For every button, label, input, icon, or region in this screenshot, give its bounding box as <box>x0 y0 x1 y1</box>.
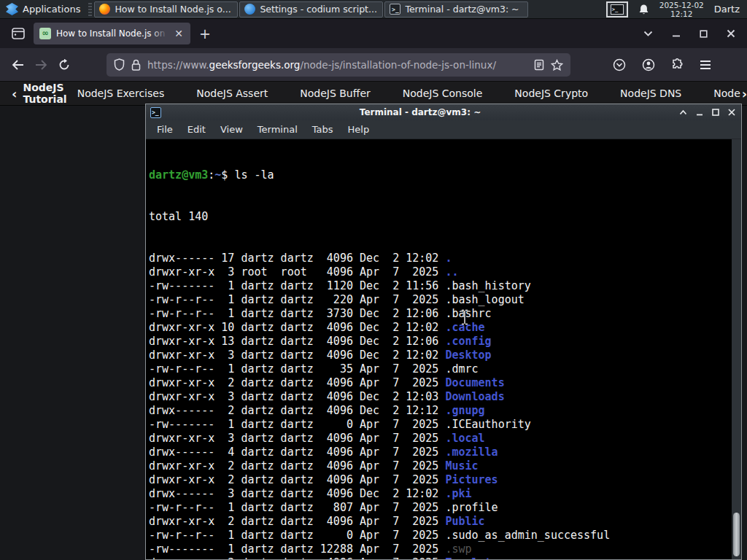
reader-mode-icon[interactable] <box>534 59 544 71</box>
taskbar-button-terminal[interactable]: >_Terminal - dartz@vm3: ~ <box>384 1 528 18</box>
notification-bell-icon[interactable] <box>638 4 649 15</box>
listing-filename: .bash_history <box>445 279 530 292</box>
terminal-maximize-button[interactable] <box>712 109 719 116</box>
listing-attrs: drwxr-xr-x 10 dartz dartz 4096 Dec 2 12:… <box>149 321 445 334</box>
terminal-line: drwxr-xr-x 2 dartz dartz 4096 Apr 7 2025… <box>149 376 732 390</box>
back-button[interactable] <box>6 53 29 77</box>
terminal-menu-tabs[interactable]: Tabs <box>306 122 340 137</box>
listing-filename: .ICEauthority <box>445 418 530 431</box>
terminal-listing: drwx------ 17 dartz dartz 4096 Dec 2 12:… <box>149 252 732 559</box>
top-panel: Applications How to Install Node.js o...… <box>0 0 747 19</box>
terminal-line: drwxr-xr-x 13 dartz dartz 4096 Dec 2 12:… <box>149 335 732 349</box>
listing-filename: .swp <box>445 542 471 556</box>
terminal-line: -rw------- 1 dartz dartz 12288 Apr 7 202… <box>149 542 732 556</box>
site-nav-link[interactable]: NodeJS Crypto <box>514 88 588 99</box>
site-nav-link[interactable]: Node <box>713 88 740 99</box>
xubuntu-logo-icon <box>6 3 18 15</box>
listing-attrs: -rw-r--r-- 1 dartz dartz 220 Apr 7 2025 <box>149 293 445 306</box>
terminal-scrollbar[interactable] <box>732 139 741 559</box>
listing-filename: .profile <box>445 501 498 514</box>
url-domain: geeksforgeeks.org <box>209 59 301 71</box>
terminal-line: drwxr-xr-x 3 dartz dartz 4096 Apr 7 2025… <box>149 432 732 446</box>
listing-attrs: drwxr-xr-x 2 dartz dartz 4096 Apr 7 2025 <box>149 515 445 528</box>
terminal-window: >_ Terminal - dartz@vm3: ~ FileEditViewT… <box>145 104 742 560</box>
terminal-line: drwxr-xr-x 2 dartz dartz 4096 Apr 7 2025… <box>149 515 732 529</box>
taskbar-button-label: How to Install Node.js o... <box>115 4 231 15</box>
listing-filename: .. <box>445 265 458 279</box>
tab-close-icon[interactable]: ✕ <box>173 28 185 39</box>
window-maximize-button[interactable] <box>700 30 708 38</box>
terminal-window-icon: >_ <box>150 107 161 118</box>
listing-filename: .gnupg <box>445 404 484 417</box>
prompt-cwd: ~ <box>214 168 221 182</box>
terminal-screen: dartz@vm3:~$ ls -la total 140 drwx------… <box>146 139 732 559</box>
listing-attrs: drwx------ 4 dartz dartz 4096 Apr 7 2025 <box>149 446 445 459</box>
hamburger-menu-icon[interactable] <box>700 60 711 70</box>
terminal-menu-help[interactable]: Help <box>341 122 376 137</box>
terminal-menu-terminal[interactable]: Terminal <box>251 122 304 137</box>
site-nav-link[interactable]: NodeJS Exercises <box>77 88 165 99</box>
listing-filename: Templates <box>445 556 504 559</box>
pocket-icon[interactable] <box>613 58 626 71</box>
firefox-view-icon[interactable] <box>7 23 29 44</box>
site-nav-link[interactable]: NodeJS Buffer <box>300 88 371 99</box>
listing-filename: .bash_logout <box>445 293 524 306</box>
chevron-right-icon[interactable]: › <box>742 86 747 101</box>
site-nav-link[interactable]: NodeJS Console <box>403 88 483 99</box>
terminal-title-bar[interactable]: >_ Terminal - dartz@vm3: ~ <box>146 104 741 120</box>
listing-filename: Documents <box>445 376 504 389</box>
site-nav-bar: ‹ NodeJS Tutorial NodeJS ExercisesNodeJS… <box>0 82 747 106</box>
listing-attrs: drwxr-xr-x 2 dartz dartz 4096 Apr 7 2025 <box>149 376 445 389</box>
terminal-scrollbar-thumb[interactable] <box>733 513 740 556</box>
geeksforgeeks-favicon: ∞ <box>39 28 51 39</box>
terminal-line: -rw-r--r-- 1 dartz dartz 220 Apr 7 2025 … <box>149 293 732 307</box>
listing-attrs: drwxr-xr-x 3 dartz dartz 4096 Dec 2 12:0… <box>149 390 445 403</box>
terminal-line: drwxr-xr-x 3 dartz dartz 4096 Dec 2 12:0… <box>149 390 732 404</box>
browser-tab-bar: ∞ How to Install Node.js on ✕ + <box>0 19 747 48</box>
terminal-menu-edit[interactable]: Edit <box>181 122 212 137</box>
terminal-menu-file[interactable]: File <box>150 122 179 137</box>
listing-attrs: drwxr-xr-x 3 root root 4096 Apr 7 2025 <box>149 265 445 279</box>
listing-attrs: -rw------- 1 dartz dartz 0 Apr 7 2025 <box>149 418 445 431</box>
applications-menu-label: Applications <box>23 4 80 15</box>
applications-menu[interactable]: Applications <box>0 0 86 18</box>
taskbar-button-firefox[interactable]: How to Install Node.js o... <box>94 1 238 18</box>
listing-attrs: -rw-r--r-- 1 dartz dartz 807 Apr 7 2025 <box>149 501 445 514</box>
window-minimize-button[interactable] <box>672 29 681 38</box>
terminal-line: -rw-r--r-- 1 dartz dartz 35 Apr 7 2025 .… <box>149 362 732 376</box>
terminal-menu-view[interactable]: View <box>214 122 249 137</box>
terminal-shade-button[interactable] <box>679 109 687 115</box>
terminal-prompt-line: dartz@vm3:~$ ls -la <box>149 168 732 182</box>
window-close-button[interactable] <box>727 29 735 38</box>
lock-icon[interactable] <box>131 59 141 71</box>
browser-tab[interactable]: ∞ How to Install Node.js on ✕ <box>34 23 190 44</box>
taskbar-button-vscodium[interactable]: Settings - codium script... <box>239 1 383 18</box>
url-bar[interactable]: https://www.geeksforgeeks.org/node-js/in… <box>107 53 570 77</box>
bookmark-star-icon[interactable] <box>551 59 563 71</box>
site-nav-back-label: NodeJS Tutorial <box>23 82 66 105</box>
listing-filename: Desktop <box>445 349 491 362</box>
listing-attrs: drwxr-xr-x 13 dartz dartz 4096 Dec 2 12:… <box>149 335 445 348</box>
url-text: https://www.geeksforgeeks.org/node-js/in… <box>147 59 527 71</box>
site-nav-link[interactable]: NodeJS Assert <box>196 88 268 99</box>
listing-filename: Pictures <box>445 473 498 486</box>
reload-button[interactable] <box>53 53 76 77</box>
site-nav-link[interactable]: NodeJS DNS <box>620 88 681 99</box>
account-icon[interactable] <box>642 58 655 71</box>
listing-attrs: drwx------ 17 dartz dartz 4096 Dec 2 12:… <box>149 252 445 265</box>
panel-clock[interactable]: 2025-12-02 12:12 <box>659 1 704 18</box>
list-all-tabs-chevron-icon[interactable] <box>643 31 653 36</box>
taskbar: How to Install Node.js o...Settings - co… <box>94 0 528 18</box>
extensions-puzzle-icon[interactable] <box>671 58 684 71</box>
forward-button[interactable] <box>29 53 53 77</box>
browser-toolbar: https://www.geeksforgeeks.org/node-js/in… <box>0 48 747 82</box>
terminal-close-button[interactable] <box>728 109 735 116</box>
terminal-line: drwxr-xr-x 3 root root 4096 Apr 7 2025 .… <box>149 265 732 279</box>
listing-attrs: drwx------ 3 dartz dartz 4096 Dec 2 12:0… <box>149 487 445 500</box>
terminal-tray-icon[interactable]: >_ <box>606 1 628 18</box>
new-tab-button[interactable]: + <box>190 26 220 42</box>
site-nav-back[interactable]: ‹ NodeJS Tutorial <box>0 82 77 105</box>
tracking-shield-icon[interactable] <box>114 58 125 71</box>
terminal-minimize-button[interactable] <box>696 109 703 116</box>
terminal-line: drwxr-xr-x 3 dartz dartz 4096 Dec 2 12:0… <box>149 349 732 362</box>
